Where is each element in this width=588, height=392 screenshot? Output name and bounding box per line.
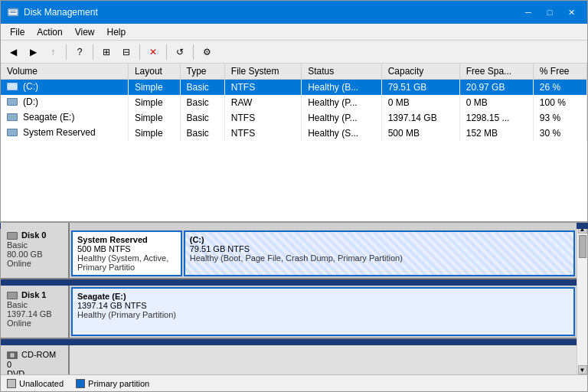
cell-pctfree: 100 % [533,95,586,110]
content-area: Volume Layout Type File System Status Ca… [1,64,587,391]
col-volume[interactable]: Volume [1,64,128,80]
legend-primary: Primary partition [76,379,149,388]
legend-unallocated-label: Unallocated [19,379,64,388]
disk-0-size: 80.00 GB [7,250,62,259]
cell-capacity: 0 MB [381,95,459,110]
cdrom-header-bar [1,339,577,345]
cell-capacity: 79.51 GB [381,80,459,96]
cell-pctfree: 26 % [533,80,586,96]
col-filesystem[interactable]: File System [224,64,301,80]
properties-button[interactable]: ⊞ [97,44,116,60]
menu-bar: File Action View Help [1,24,587,41]
table-row[interactable]: (D:) Simple Basic RAW Healthy (P... 0 MB… [1,95,587,110]
help-button[interactable]: ? [70,44,89,60]
col-capacity[interactable]: Capacity [381,64,459,80]
cell-volume: System Reserved [1,126,128,141]
disk-0-type: Basic [7,240,62,250]
col-status[interactable]: Status [302,64,382,80]
separator-3 [139,44,140,60]
cell-volume: Seagate (E:) [1,110,128,126]
disk-row-0: Disk 0 Basic 80.00 GB Online System Rese… [1,223,577,279]
cell-type: Basic [180,110,224,126]
settings-button[interactable]: ⚙ [198,44,216,60]
disk-0-name: Disk 0 [7,230,62,240]
menu-help[interactable]: Help [101,25,132,39]
disk-1-header-bar [1,279,577,286]
minimize-button[interactable]: ─ [518,5,538,20]
cell-status: Healthy (B... [302,80,382,96]
col-freespace[interactable]: Free Spa... [459,64,533,80]
cell-filesystem: RAW [224,95,301,110]
svg-rect-3 [10,12,16,13]
cell-capacity: 500 MB [381,126,459,141]
table-row[interactable]: (C:) Simple Basic NTFS Healthy (B... 79.… [1,80,587,96]
disk-1-type: Basic [7,300,62,309]
refresh-button[interactable]: ↺ [171,44,189,60]
legend-unallocated-box [7,379,16,388]
cell-freespace: 0 MB [459,95,533,110]
cell-layout: Simple [128,80,180,96]
up-button[interactable]: ↑ [44,44,62,60]
svg-point-18 [11,354,13,356]
disk-layout-pane: Disk 0 Basic 80.00 GB Online System Rese… [1,223,587,391]
cell-status: Healthy (P... [302,110,382,126]
scroll-down-arrow[interactable]: ▼ [578,365,587,374]
cell-type: Basic [180,95,224,110]
maximize-button[interactable]: □ [540,5,560,20]
svg-rect-7 [8,99,17,105]
disk-layout-scroll: Disk 0 Basic 80.00 GB Online System Rese… [1,223,587,374]
app-icon [7,6,19,18]
table-row[interactable]: System Reserved Simple Basic NTFS Health… [1,126,587,141]
svg-rect-9 [8,114,17,120]
back-button[interactable]: ◀ [4,44,22,60]
window-title: Disk Management [24,7,98,18]
delete-button[interactable]: ✕ [144,44,162,60]
close-button[interactable]: ✕ [561,5,581,20]
volume-table: Volume Layout Type File System Status Ca… [1,64,587,141]
disk-row-1: Disk 1 Basic 1397.14 GB Online Seagate (… [1,286,577,339]
cell-type: Basic [180,80,224,96]
cdrom-row: CD-ROM 0 DVD [1,345,577,374]
scroll-thumb[interactable] [579,235,586,258]
title-bar-left: Disk Management [7,6,98,18]
cell-volume: (D:) [1,95,128,110]
menu-file[interactable]: File [4,25,31,39]
cdrom-name: CD-ROM 0 [7,350,62,369]
svg-rect-13 [8,233,17,239]
separator-1 [66,44,67,60]
cell-status: Healthy (P... [302,95,382,110]
legend-primary-box [76,379,85,388]
svg-rect-2 [10,11,16,11]
partition-c[interactable]: (C:) 79.51 GB NTFS Healthy (Boot, Page F… [184,230,575,276]
separator-4 [166,44,167,60]
cell-freespace: 20.97 GB [459,80,533,96]
separator-5 [193,44,194,60]
partition-seagate[interactable]: Seagate (E:) 1397.14 GB NTFS Healthy (Pr… [71,287,575,336]
cell-type: Basic [180,126,224,141]
cell-filesystem: NTFS [224,110,301,126]
cdrom-type: DVD [7,369,62,374]
col-pctfree[interactable]: % Free [533,64,586,80]
cdrom-partitions [70,345,577,374]
menu-view[interactable]: View [69,25,101,39]
cell-layout: Simple [128,95,180,110]
cell-pctfree: 30 % [533,126,586,141]
cell-freespace: 1298.15 ... [459,110,533,126]
partition-system-reserved[interactable]: System Reserved 500 MB NTFS Healthy (Sys… [71,230,182,276]
col-layout[interactable]: Layout [128,64,180,80]
cell-layout: Simple [128,110,180,126]
disk-0-label: Disk 0 Basic 80.00 GB Online [1,223,70,278]
right-scrollbar[interactable]: ▲ ▼ [577,223,587,374]
col-type[interactable]: Type [180,64,224,80]
table-row[interactable]: Seagate (E:) Simple Basic NTFS Healthy (… [1,110,587,126]
forward-button[interactable]: ▶ [24,44,42,60]
properties2-button[interactable]: ⊟ [117,44,136,60]
cell-pctfree: 93 % [533,110,586,126]
svg-rect-11 [8,129,17,136]
disk-0-status: Online [7,259,62,268]
menu-action[interactable]: Action [31,25,68,39]
cell-filesystem: NTFS [224,80,301,96]
disk-1-name: Disk 1 [7,290,62,300]
cell-layout: Simple [128,126,180,141]
legend-primary-label: Primary partition [88,379,149,388]
